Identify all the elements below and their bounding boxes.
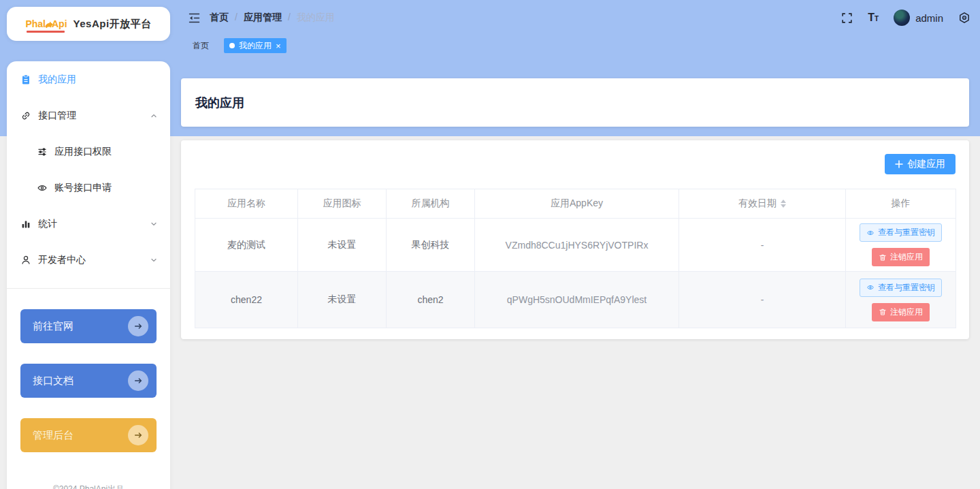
table-header-row: 应用名称 应用图标 所属机构 应用AppKey 有效日期 操作	[195, 189, 956, 219]
tab-home[interactable]: 首页	[191, 38, 210, 53]
deactivate-app-label: 注销应用	[890, 306, 923, 318]
breadcrumb: 首页/应用管理/我的应用	[210, 12, 335, 24]
arrow-right-icon	[128, 425, 148, 445]
plus-icon	[895, 160, 903, 168]
arrow-right-icon	[128, 316, 148, 336]
sidebar: 我的应用 接口管理 应用接口权限	[7, 61, 170, 489]
sliders-icon	[37, 146, 48, 157]
tab-label: 我的应用	[239, 40, 272, 52]
cell-app-icon: 未设置	[298, 219, 387, 272]
apps-table-card: 创建应用 应用名称 应用图标 所属机构 应用AppKey 有效日期 操作 麦的测…	[181, 140, 969, 339]
chevron-down-icon	[150, 220, 158, 228]
sidebar-item-statistics[interactable]: 统计	[7, 206, 170, 242]
tags-view: 首页 我的应用	[181, 38, 300, 53]
top-header: 首页/应用管理/我的应用 admin	[181, 10, 970, 26]
username: admin	[915, 12, 943, 24]
view-reset-key-button[interactable]: 查看与重置密钥	[860, 279, 942, 297]
sort-caret-icon[interactable]	[781, 200, 786, 208]
settings-gear-icon[interactable]	[958, 12, 970, 24]
cell-app-icon: 未设置	[298, 272, 387, 328]
logo-tagline-bar	[27, 31, 65, 33]
table-row: 麦的测试 未设置 果创科技 VZmdh8CCu1jHYS6RYjVOTPIRx …	[195, 219, 956, 272]
view-reset-key-label: 查看与重置密钥	[878, 227, 935, 238]
app-logo[interactable]: Phal Api YesApi开放平台	[7, 7, 170, 41]
col-app-icon: 应用图标	[298, 189, 387, 219]
font-size-icon[interactable]	[868, 12, 879, 23]
sidebar-item-developer-center[interactable]: 开发者中心	[7, 242, 170, 278]
sidebar-fold-icon[interactable]	[189, 13, 200, 23]
cell-org: chen2	[387, 272, 475, 328]
arrow-right-icon	[128, 370, 148, 391]
avatar[interactable]	[894, 10, 910, 26]
col-app-name: 应用名称	[195, 189, 298, 219]
trash-icon	[879, 253, 887, 262]
breadcrumb-separator: /	[288, 12, 291, 22]
table-toolbar: 创建应用	[195, 154, 956, 174]
sidebar-menu: 我的应用 接口管理 应用接口权限	[7, 61, 170, 278]
breadcrumb-current: 我的应用	[297, 12, 335, 22]
col-actions: 操作	[846, 189, 956, 219]
sidebar-item-label: 我的应用	[38, 74, 76, 86]
sidebar-item-label: 应用接口权限	[54, 146, 112, 158]
bar-chart-icon	[20, 219, 31, 230]
sidebar-item-my-apps[interactable]: 我的应用	[7, 61, 170, 97]
sidebar-item-app-interface-perms[interactable]: 应用接口权限	[7, 133, 170, 170]
view-reset-key-label: 查看与重置密钥	[878, 282, 935, 294]
cell-app-name: 麦的测试	[195, 219, 298, 272]
sidebar-item-interface-mgmt[interactable]: 接口管理	[7, 97, 170, 133]
copyright-text: ©2024 PhalApi出品	[7, 484, 170, 489]
create-app-button[interactable]: 创建应用	[885, 154, 956, 174]
view-reset-key-button[interactable]: 查看与重置密钥	[860, 223, 942, 242]
table-row: chen22 未设置 chen2 qPWgH5snOUdMmIEPqfA9Yle…	[195, 272, 956, 328]
page-title-card: 我的应用	[181, 78, 969, 127]
cell-actions: 查看与重置密钥 注销应用	[846, 219, 956, 272]
page-title: 我的应用	[195, 95, 244, 111]
fullscreen-icon[interactable]	[841, 12, 853, 24]
cell-appkey: VZmdh8CCu1jHYS6RYjVOTPIRx	[475, 219, 679, 272]
apps-table: 应用名称 应用图标 所属机构 应用AppKey 有效日期 操作 麦的测试 未设置…	[195, 189, 956, 328]
official-site-label: 前往官网	[33, 320, 74, 333]
cell-valid-date: -	[679, 219, 846, 272]
close-icon[interactable]	[276, 42, 281, 50]
link-icon	[20, 110, 31, 121]
col-org: 所属机构	[387, 189, 475, 219]
cell-app-name: chen22	[195, 272, 298, 328]
col-appkey: 应用AppKey	[475, 189, 679, 219]
user-menu[interactable]: admin	[894, 10, 943, 26]
cell-org: 果创科技	[387, 219, 475, 272]
chevron-down-icon	[150, 256, 158, 264]
active-dot-icon	[229, 43, 235, 48]
sidebar-item-label: 接口管理	[38, 110, 76, 122]
admin-backend-button[interactable]: 管理后台	[20, 418, 157, 452]
sidebar-item-label: 开发者中心	[38, 254, 86, 266]
col-valid-date[interactable]: 有效日期	[679, 189, 846, 219]
deactivate-app-button[interactable]: 注销应用	[872, 303, 930, 321]
phalapi-logo: Phal Api	[25, 19, 67, 29]
deactivate-app-label: 注销应用	[890, 251, 923, 263]
sidebar-item-label: 统计	[38, 218, 57, 230]
tab-my-apps[interactable]: 我的应用	[224, 38, 287, 53]
sidebar-item-account-interface-apply[interactable]: 账号接口申请	[7, 170, 170, 206]
cell-appkey: qPWgH5snOUdMmIEPqfA9Ylest	[475, 272, 679, 328]
chevron-up-icon	[150, 112, 158, 120]
breadcrumb-separator: /	[235, 12, 238, 22]
breadcrumb-home[interactable]: 首页	[210, 12, 229, 22]
official-site-button[interactable]: 前往官网	[20, 309, 157, 343]
cell-actions: 查看与重置密钥 注销应用	[846, 272, 956, 328]
sidebar-item-label: 账号接口申请	[54, 182, 112, 194]
eye-icon	[866, 283, 875, 291]
create-app-label: 创建应用	[907, 158, 945, 170]
admin-backend-label: 管理后台	[33, 429, 74, 442]
col-valid-date-label: 有效日期	[738, 198, 777, 208]
api-docs-button[interactable]: 接口文档	[20, 364, 157, 398]
eye-icon	[866, 229, 875, 237]
logo-text-right: Api	[52, 19, 67, 29]
eye-icon	[37, 183, 48, 193]
breadcrumb-app-mgmt[interactable]: 应用管理	[244, 12, 282, 22]
tab-label: 首页	[193, 40, 209, 52]
cell-valid-date: -	[679, 272, 846, 328]
trash-icon	[879, 308, 887, 316]
user-icon	[20, 255, 31, 266]
app-title: YesApi开放平台	[74, 18, 152, 31]
deactivate-app-button[interactable]: 注销应用	[872, 248, 930, 266]
